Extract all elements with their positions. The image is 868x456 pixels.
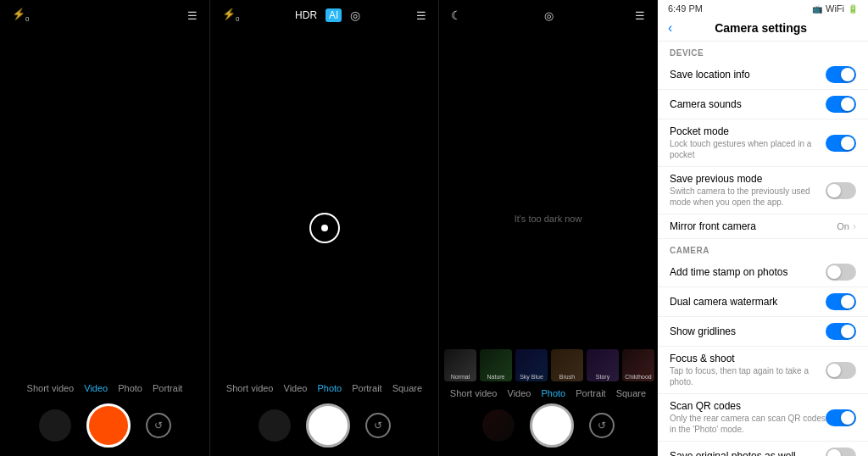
mode-bar-2: Short video Video Photo Portrait Square <box>210 383 438 393</box>
gallery-thumb-2[interactable] <box>259 409 291 442</box>
flip-camera-2[interactable]: ↺ <box>365 413 391 438</box>
save-prev-mode-toggle[interactable] <box>826 182 856 199</box>
mode-portrait-1[interactable]: Portrait <box>153 383 182 393</box>
flip-camera-3[interactable]: ↺ <box>589 413 615 438</box>
setting-focus-shoot: Focus & shoot Tap to focus, then tap aga… <box>658 347 868 394</box>
mode-photo-1[interactable]: Photo <box>118 383 142 393</box>
setting-timestamp: Add time stamp on photos <box>658 258 868 287</box>
wifi-icon: WiFi <box>826 3 844 14</box>
setting-pocket-mode: Pocket mode Lock touch gestures when pla… <box>658 120 868 167</box>
toolbar-center-2: HDR AI ◎ <box>295 8 360 22</box>
statusbar: 6:49 PM 📺 WiFi 🔋 <box>658 0 868 15</box>
mode-photo-2[interactable]: Photo <box>317 383 342 393</box>
save-prev-mode-title: Save previous mode <box>670 173 826 185</box>
setting-camera-sounds: Camera sounds <box>658 90 868 120</box>
camera-sounds-toggle[interactable] <box>826 96 856 113</box>
mode-short-video-3[interactable]: Short video <box>450 388 498 398</box>
camera-sounds-title: Camera sounds <box>670 98 826 110</box>
camera-panel-video: ⚡0 ☰ Short video Video Photo Portrait ↺ <box>0 0 210 456</box>
cam-toolbar-1: ⚡0 ☰ <box>0 0 209 31</box>
face-icon[interactable]: ◎ <box>544 9 554 22</box>
filter-nature[interactable]: Nature <box>480 349 512 381</box>
menu-icon-1[interactable]: ☰ <box>187 9 198 22</box>
filter-sky-blue[interactable]: Sky Blue <box>515 349 548 381</box>
mirror-front-value: On <box>837 221 849 231</box>
flip-camera-1[interactable]: ↺ <box>146 413 171 438</box>
ai-badge[interactable]: AI <box>326 8 342 22</box>
setting-mirror-front[interactable]: Mirror front camera On › <box>658 214 868 239</box>
timestamp-title: Add time stamp on photos <box>670 266 826 278</box>
menu-icon-3[interactable]: ☰ <box>635 9 645 22</box>
save-originals-toggle[interactable] <box>826 448 856 456</box>
hdr-badge[interactable]: HDR <box>295 9 317 21</box>
dark-message: It's too dark now <box>515 214 582 224</box>
section-camera-label: CAMERA <box>658 239 868 258</box>
cam-toolbar-3: ☾ ◎ ☰ <box>439 0 657 31</box>
gridlines-toggle[interactable] <box>826 323 856 340</box>
save-location-title: Save location info <box>670 69 826 81</box>
mode-bar-1: Short video Video Photo Portrait <box>0 383 209 393</box>
shutter-btn-3[interactable] <box>530 403 574 448</box>
mode-short-video-2[interactable]: Short video <box>226 383 274 393</box>
filter-story[interactable]: Story <box>587 349 619 381</box>
mode-short-video-1[interactable]: Short video <box>27 383 75 393</box>
cam-bottom-3: Normal Nature Sky Blue Brush Story Child… <box>439 349 657 456</box>
mirror-front-title: Mirror front camera <box>670 220 837 232</box>
cam-toolbar-2: ⚡0 HDR AI ◎ ☰ <box>210 0 438 31</box>
filter-icon-2[interactable]: ◎ <box>350 8 360 22</box>
status-time: 6:49 PM <box>668 3 703 14</box>
setting-save-prev-mode: Save previous mode Switch camera to the … <box>658 167 868 214</box>
settings-panel: 6:49 PM 📺 WiFi 🔋 ‹ Camera settings DEVIC… <box>658 0 868 456</box>
flash-icon-1[interactable]: ⚡0 <box>12 8 29 23</box>
mode-video-2[interactable]: Video <box>284 383 308 393</box>
cam-bottom-2: Short video Video Photo Portrait Square … <box>210 383 438 456</box>
mode-portrait-3[interactable]: Portrait <box>576 388 605 398</box>
gallery-thumb-1[interactable] <box>39 409 71 442</box>
pocket-mode-sub: Lock touch gestures when placed in a poc… <box>670 138 826 160</box>
mode-square-2[interactable]: Square <box>392 383 422 393</box>
tv-icon: 📺 <box>812 4 822 14</box>
mirror-front-chevron: › <box>853 220 856 232</box>
camera-panel-filters: ☾ ◎ ☰ It's too dark now Normal Nature Sk… <box>439 0 658 456</box>
gallery-thumb-3[interactable] <box>482 409 515 442</box>
shutter-btn-2[interactable] <box>306 403 350 448</box>
controls-row-3: ↺ <box>439 403 657 448</box>
mode-bar-3: Short video Video Photo Portrait Square <box>439 388 657 398</box>
filter-strip: Normal Nature Sky Blue Brush Story Child… <box>439 349 657 381</box>
mode-portrait-2[interactable]: Portrait <box>352 383 381 393</box>
status-icons: 📺 WiFi 🔋 <box>812 3 858 14</box>
mode-square-3[interactable]: Square <box>616 388 646 398</box>
filter-childhood[interactable]: Childhood <box>622 349 654 381</box>
save-location-toggle[interactable] <box>826 66 856 83</box>
dual-watermark-toggle[interactable] <box>826 293 856 310</box>
back-button[interactable]: ‹ <box>668 20 672 36</box>
setting-scan-qr: Scan QR codes Only the rear camera can s… <box>658 394 868 442</box>
setting-gridlines: Show gridlines <box>658 317 868 347</box>
scan-qr-title: Scan QR codes <box>670 400 826 412</box>
setting-dual-watermark: Dual camera watermark <box>658 287 868 317</box>
scan-qr-toggle[interactable] <box>826 409 856 426</box>
shutter-btn-1[interactable] <box>86 403 131 448</box>
setting-save-originals: Save original photos as well <box>658 442 868 456</box>
save-prev-mode-sub: Switch camera to the previously used mod… <box>670 186 826 208</box>
controls-row-1: ↺ <box>0 403 209 448</box>
flash-icon-2[interactable]: ⚡0 <box>222 8 239 23</box>
timestamp-toggle[interactable] <box>826 264 856 281</box>
moon-icon[interactable]: ☾ <box>451 8 462 22</box>
pocket-mode-toggle[interactable] <box>826 135 856 152</box>
focus-dot <box>321 225 328 231</box>
focus-shoot-toggle[interactable] <box>826 362 856 379</box>
mode-photo-3[interactable]: Photo <box>541 388 565 398</box>
menu-icon-2[interactable]: ☰ <box>416 9 426 22</box>
save-originals-title: Save original photos as well <box>670 450 826 456</box>
pocket-mode-title: Pocket mode <box>670 125 826 137</box>
dual-watermark-title: Dual camera watermark <box>670 296 826 308</box>
camera-panel-photo: ⚡0 HDR AI ◎ ☰ Short video Video Photo Po… <box>210 0 439 456</box>
scan-qr-sub: Only the rear camera can scan QR codes i… <box>670 413 826 435</box>
filter-brush[interactable]: Brush <box>551 349 583 381</box>
mode-video-3[interactable]: Video <box>508 388 531 398</box>
filter-normal[interactable]: Normal <box>444 349 476 381</box>
mode-video-1[interactable]: Video <box>84 383 108 393</box>
battery-icon: 🔋 <box>848 4 858 14</box>
focus-shoot-sub: Tap to focus, then tap again to take a p… <box>670 365 826 387</box>
